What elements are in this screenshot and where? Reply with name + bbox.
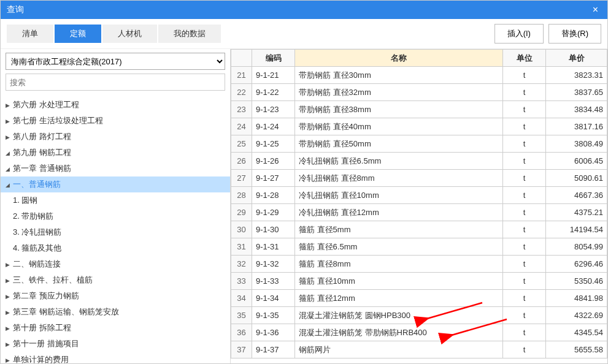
cell-code[interactable]: 9-1-33	[252, 273, 295, 290]
cell-name[interactable]: 带肋钢筋 直径40mm	[295, 118, 503, 135]
cell-price[interactable]: 3837.65	[546, 84, 607, 101]
table-row[interactable]: 249-1-24带肋钢筋 直径40mmt3817.16	[231, 118, 607, 135]
cell-code[interactable]: 9-1-25	[252, 135, 295, 153]
table-row[interactable]: 269-1-26冷轧扭钢筋 直径6.5mmt6006.45	[231, 153, 607, 170]
table-row[interactable]: 259-1-25带肋钢筋 直径50mmt3808.49	[231, 135, 607, 153]
table-row[interactable]: 329-1-32箍筋 直径8mmt6296.46	[231, 256, 607, 273]
table-row[interactable]: 359-1-35混凝土灌注钢筋笼 圆钢HPB300t4322.69	[231, 307, 607, 324]
cell-unit[interactable]: t	[503, 101, 546, 118]
tree-node-14[interactable]: 第十册 拆除工程	[1, 320, 230, 336]
table-row[interactable]: 229-1-22带肋钢筋 直径32mmt3837.65	[231, 84, 607, 101]
cell-code[interactable]: 9-1-26	[252, 153, 295, 170]
replace-button[interactable]: 替换(R)	[548, 24, 601, 44]
search-input[interactable]	[6, 74, 225, 91]
cell-price[interactable]: 14194.54	[546, 221, 607, 238]
cell-code[interactable]: 9-1-23	[252, 101, 295, 118]
cell-price[interactable]: 5090.61	[546, 170, 607, 187]
col-unit[interactable]: 单位	[503, 50, 546, 67]
tab-2[interactable]: 人材机	[102, 25, 157, 43]
table-row[interactable]: 339-1-33箍筋 直径10mmt5350.46	[231, 273, 607, 290]
tree-node-11[interactable]: 三、铁件、拉杆、植筋	[1, 272, 230, 288]
cell-unit[interactable]: t	[503, 221, 546, 238]
cell-name[interactable]: 冷轧扭钢筋 直径6.5mm	[295, 153, 503, 170]
cell-unit[interactable]: t	[503, 307, 546, 324]
cell-unit[interactable]: t	[503, 170, 546, 187]
cell-code[interactable]: 9-1-29	[252, 204, 295, 221]
tree-node-6[interactable]: 1. 圆钢	[1, 192, 230, 208]
cell-price[interactable]: 6006.45	[546, 153, 607, 170]
cell-unit[interactable]: t	[503, 187, 546, 204]
tree-node-4[interactable]: 第一章 普通钢筋	[1, 161, 230, 176]
cell-code[interactable]: 9-1-36	[252, 324, 295, 341]
cell-name[interactable]: 箍筋 直径12mm	[295, 290, 503, 307]
tab-3[interactable]: 我的数据	[158, 25, 221, 43]
cell-code[interactable]: 9-1-37	[252, 341, 295, 358]
table-row[interactable]: 369-1-36混凝土灌注钢筋笼 带肋钢筋HRB400t4345.54	[231, 324, 607, 341]
cell-name[interactable]: 混凝土灌注钢筋笼 圆钢HPB300	[295, 307, 503, 324]
tree-node-5[interactable]: 一、普通钢筋	[1, 176, 230, 192]
tree-node-15[interactable]: 第十一册 措施项目	[1, 336, 230, 352]
tree-view[interactable]: 第六册 水处理工程第七册 生活垃圾处理工程第八册 路灯工程第九册 钢筋工程第一章…	[1, 94, 230, 363]
cell-price[interactable]: 4322.69	[546, 307, 607, 324]
table-row[interactable]: 289-1-28冷轧扭钢筋 直径10mmt4667.36	[231, 187, 607, 204]
cell-unit[interactable]: t	[503, 256, 546, 273]
cell-code[interactable]: 9-1-27	[252, 170, 295, 187]
tree-node-7[interactable]: 2. 带肋钢筋	[1, 208, 230, 224]
cell-price[interactable]: 4345.54	[546, 324, 607, 341]
tree-node-1[interactable]: 第七册 生活垃圾处理工程	[1, 113, 230, 129]
cell-unit[interactable]: t	[503, 204, 546, 221]
cell-price[interactable]: 4667.36	[546, 187, 607, 204]
cell-name[interactable]: 箍筋 直径10mm	[295, 273, 503, 290]
cell-name[interactable]: 冷轧扭钢筋 直径12mm	[295, 204, 503, 221]
cell-name[interactable]: 箍筋 直径5mm	[295, 221, 503, 238]
cell-unit[interactable]: t	[503, 273, 546, 290]
table-row[interactable]: 319-1-31箍筋 直径6.5mmt8054.99	[231, 238, 607, 256]
table-row[interactable]: 219-1-21带肋钢筋 直径30mmt3823.31	[231, 67, 607, 84]
cell-price[interactable]: 4841.98	[546, 290, 607, 307]
cell-name[interactable]: 带肋钢筋 直径38mm	[295, 101, 503, 118]
cell-code[interactable]: 9-1-24	[252, 118, 295, 135]
cell-unit[interactable]: t	[503, 153, 546, 170]
cell-code[interactable]: 9-1-21	[252, 67, 295, 84]
search-box[interactable]	[6, 74, 225, 91]
cell-code[interactable]: 9-1-32	[252, 256, 295, 273]
tree-node-8[interactable]: 3. 冷轧扭钢筋	[1, 224, 230, 240]
tab-0[interactable]: 清单	[7, 25, 53, 43]
tree-node-2[interactable]: 第八册 路灯工程	[1, 129, 230, 145]
col-name[interactable]: 名称	[295, 50, 503, 67]
cell-name[interactable]: 带肋钢筋 直径30mm	[295, 67, 503, 84]
cell-unit[interactable]: t	[503, 341, 546, 358]
tree-node-13[interactable]: 第三章 钢筋运输、钢筋笼安放	[1, 304, 230, 320]
cell-code[interactable]: 9-1-31	[252, 238, 295, 256]
tab-1[interactable]: 定额	[55, 25, 101, 43]
col-price[interactable]: 单价	[546, 50, 607, 67]
data-grid[interactable]: 编码 名称 单位 单价 219-1-21带肋钢筋 直径30mmt3823.312…	[231, 49, 607, 363]
cell-code[interactable]: 9-1-28	[252, 187, 295, 204]
cell-price[interactable]: 3834.48	[546, 101, 607, 118]
cell-unit[interactable]: t	[503, 118, 546, 135]
insert-button[interactable]: 插入(I)	[494, 24, 544, 44]
cell-name[interactable]: 冷轧扭钢筋 直径8mm	[295, 170, 503, 187]
cell-name[interactable]: 混凝土灌注钢筋笼 带肋钢筋HRB400	[295, 324, 503, 341]
cell-name[interactable]: 冷轧扭钢筋 直径10mm	[295, 187, 503, 204]
cell-name[interactable]: 钢筋网片	[295, 341, 503, 358]
cell-name[interactable]: 带肋钢筋 直径50mm	[295, 135, 503, 153]
cell-name[interactable]: 箍筋 直径6.5mm	[295, 238, 503, 256]
cell-name[interactable]: 带肋钢筋 直径32mm	[295, 84, 503, 101]
cell-name[interactable]: 箍筋 直径8mm	[295, 256, 503, 273]
quota-dropdown[interactable]: 海南省市政工程综合定额(2017)	[6, 53, 225, 70]
cell-price[interactable]: 4375.21	[546, 204, 607, 221]
cell-code[interactable]: 9-1-34	[252, 290, 295, 307]
tree-node-16[interactable]: 单独计算的费用	[1, 352, 230, 363]
tree-node-9[interactable]: 4. 箍筋及其他	[1, 240, 230, 256]
cell-price[interactable]: 5655.58	[546, 341, 607, 358]
table-row[interactable]: 279-1-27冷轧扭钢筋 直径8mmt5090.61	[231, 170, 607, 187]
tree-node-0[interactable]: 第六册 水处理工程	[1, 97, 230, 113]
table-row[interactable]: 379-1-37钢筋网片t5655.58	[231, 341, 607, 358]
col-code[interactable]: 编码	[252, 50, 295, 67]
cell-price[interactable]: 3808.49	[546, 135, 607, 153]
cell-unit[interactable]: t	[503, 290, 546, 307]
cell-unit[interactable]: t	[503, 324, 546, 341]
tree-node-3[interactable]: 第九册 钢筋工程	[1, 145, 230, 161]
close-icon[interactable]: ×	[590, 4, 601, 15]
